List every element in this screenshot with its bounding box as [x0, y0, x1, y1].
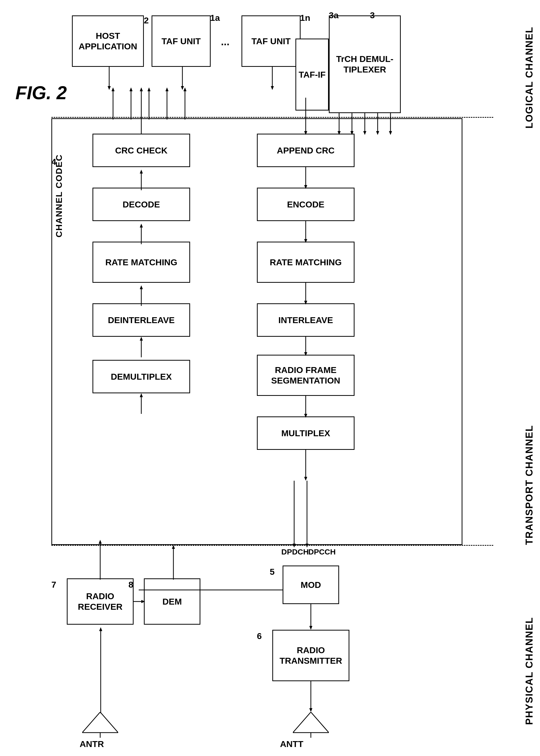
logical-channel-label: LOGICAL CHANNEL: [524, 15, 535, 128]
antr-label: ANTR: [80, 739, 104, 749]
crc-check-block: CRC CHECK: [92, 134, 190, 167]
arrow-tafn-down: [270, 67, 275, 90]
svg-marker-33: [99, 540, 102, 544]
svg-marker-55: [129, 88, 133, 91]
rate-matching-right-block: RATE MATCHING: [257, 242, 354, 283]
arrows-to-demux: [105, 88, 311, 119]
trch-demux-block: TrCH DEMUL- TIPLEXER: [329, 15, 401, 113]
svg-marker-29: [309, 708, 312, 712]
svg-marker-17: [304, 239, 307, 243]
svg-marker-47: [363, 131, 366, 135]
decode-block: DECODE: [92, 188, 190, 221]
svg-marker-21: [304, 352, 307, 356]
svg-marker-69: [293, 544, 296, 547]
svg-marker-9: [140, 337, 143, 341]
arrow-into-demux: [139, 393, 144, 414]
deinterleave-block: DEINTERLEAVE: [92, 303, 190, 337]
svg-marker-30: [293, 712, 329, 733]
svg-marker-23: [304, 414, 307, 418]
radio-transmitter-block: RADIO TRANSMITTER: [272, 630, 349, 681]
radio-receiver-block: RADIO RECEIVER: [67, 578, 134, 625]
ref1a-label: 1a: [210, 13, 220, 23]
svg-marker-3: [140, 170, 143, 173]
arrow-mod-to-tx: [308, 604, 314, 630]
svg-marker-5: [140, 224, 143, 228]
arrow-tx-to-antt: [308, 681, 314, 712]
svg-marker-34: [82, 712, 118, 733]
arrow-rfs-to-multiplex: [303, 396, 308, 418]
figure-label: FIG. 2: [15, 82, 67, 103]
multiplex-block: MULTIPLEX: [257, 416, 354, 450]
arrow-rate-to-interleave: [303, 283, 308, 304]
arrow-appendcrc-to-encode: [303, 167, 308, 189]
arrow-encode-to-rate: [303, 221, 308, 243]
arrow-host-to-taf: [107, 67, 112, 90]
radio-frame-seg-block: RADIO FRAME SEGMENTATION: [257, 355, 354, 396]
svg-marker-25: [304, 477, 307, 481]
svg-marker-45: [350, 131, 353, 135]
physical-channel-label: PHYSICAL CHANNEL: [524, 545, 535, 725]
ref5-label: 5: [270, 567, 275, 577]
diagram: FIG. 2 HOST APPLICATION 2 TAF UNIT 1a ..…: [0, 0, 540, 756]
arrow-multiplex-out: [303, 450, 308, 481]
svg-marker-39: [141, 600, 145, 603]
taf-unit-n-block: TAF UNIT: [241, 15, 301, 67]
svg-marker-53: [111, 88, 115, 91]
svg-marker-41: [172, 545, 175, 549]
encode-block: ENCODE: [257, 188, 354, 221]
svg-marker-49: [376, 131, 379, 135]
svg-marker-13: [304, 131, 307, 135]
svg-marker-27: [309, 626, 312, 630]
antr-antenna: [82, 712, 118, 738]
svg-marker-51: [389, 131, 392, 135]
svg-marker-19: [304, 301, 307, 304]
rate-matching-left-block: RATE MATCHING: [92, 242, 190, 283]
arrow-dem-horizontal: [139, 587, 284, 593]
ref6-label: 6: [257, 631, 262, 641]
append-crc-block: APPEND CRC: [257, 134, 354, 167]
transport-channel-label: TRANSPORT CHANNEL: [524, 118, 535, 545]
arrow-deinterleave-to-rate: [139, 285, 144, 306]
mod-block: MOD: [283, 566, 339, 604]
ref8-label: 8: [128, 580, 133, 590]
ref3a-label: 3a: [329, 10, 338, 20]
dashed-line-bottom: [52, 545, 493, 546]
dots-label: ...: [221, 36, 229, 48]
arrow-antr-to-rx: [98, 540, 103, 580]
svg-marker-65: [181, 86, 184, 90]
arrows-from-demux: [332, 113, 408, 135]
svg-marker-57: [147, 88, 151, 91]
dem-block: DEM: [144, 578, 201, 625]
taf-unit-1-block: TAF UNIT: [152, 15, 211, 67]
ref1n-label: 1n: [300, 13, 310, 23]
demultiplex-block: DEMULTIPLEX: [92, 360, 190, 393]
arrow-antr-up: [98, 627, 103, 713]
antt-antenna: [293, 712, 329, 738]
svg-marker-7: [140, 285, 143, 289]
arrow-rx-to-dem: [134, 599, 145, 604]
arrow-taf1-down: [180, 67, 185, 90]
svg-marker-37: [99, 627, 102, 631]
svg-marker-59: [166, 88, 169, 91]
arrow-demux-to-deinterleave: [139, 337, 144, 357]
taf-to-demux-connector: [328, 70, 331, 71]
svg-marker-67: [271, 86, 274, 90]
arrow-rate-to-decode: [139, 224, 144, 244]
svg-marker-43: [338, 131, 340, 135]
arrow-decode-to-crc: [139, 170, 144, 190]
svg-marker-71: [306, 544, 309, 547]
svg-marker-15: [304, 185, 307, 189]
arrow-dem-to-main: [171, 545, 176, 580]
ref4-label: 4: [52, 157, 56, 167]
host-application-block: HOST APPLICATION: [72, 15, 144, 67]
ref3-label: 3: [370, 10, 375, 20]
arrow-interleave-to-rfs: [303, 337, 308, 356]
interleave-block: INTERLEAVE: [257, 303, 354, 337]
antt-label: ANTT: [280, 739, 303, 749]
dpdch-dpcch-arrows: [281, 481, 333, 568]
ref2-label: 2: [144, 15, 149, 25]
ref7-label: 7: [52, 580, 56, 590]
svg-marker-63: [108, 86, 111, 90]
svg-marker-11: [140, 393, 143, 397]
